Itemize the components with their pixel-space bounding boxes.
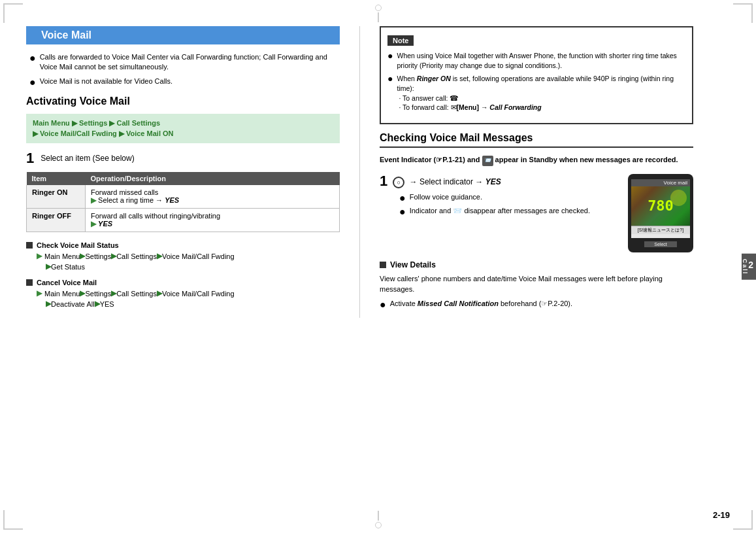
step-1-row: 1 Select an item (See below) [26,151,340,165]
nav-arrow-1: ▶ [72,119,79,127]
ringer-on-arrow: ▶ [91,196,98,204]
view-details-section: View Details View callers' phone numbers… [380,260,693,311]
checking-step-1: 1 ○ → Select indicator → YES ● Follow vo… [380,174,693,252]
step1-text-2: Indicator and 📨 disappear after messages… [410,206,590,216]
chapter-label: Call [742,258,748,275]
step-inline-row: 1 ○ → Select indicator → YES [380,174,621,188]
bullet-text-2: Voice Mail is not available for Video Ca… [40,77,173,86]
check-voice-mail-section: Check Voice Mail Status ▶ Main Menu ▶ Se… [26,241,340,271]
phone-status-bar: Voice mail [631,179,690,186]
bullet-item-1: ● Calls are forwarded to Voice Mail Cent… [29,52,340,73]
square-bullet-2 [26,279,33,286]
phone-mockup: Voice mail 780 [S!速報ニュースとは?] [628,174,693,252]
table-row-ringer-on: Ringer ON Forward missed calls ▶ Select … [27,185,340,209]
cancel-nav-line1: ▶ Main Menu ▶ Settings ▶ Call Settings ▶… [37,289,340,298]
nav-arrow-2: ▶ [109,119,116,127]
ringer-on-inline: Ringer ON [417,75,451,82]
circle-icon: ○ [393,177,404,188]
cancel-nav-arrow: ▶ [37,289,42,298]
yes-label: YES [485,177,501,186]
nav-main-menu: Main Menu [33,119,70,127]
bullet-dot-2: ● [29,77,36,88]
main-content: Voice Mail ● Calls are forwarded to Voic… [26,26,730,318]
step-content: 1 ○ → Select indicator → YES ● Follow vo… [380,174,621,222]
activating-title: Activating Voice Mail [26,95,340,107]
step-1-text: Select an item (See below) [41,151,134,163]
check-nav-vmfwd: Voice Mail/Call Fwding [162,252,235,260]
center-mark-bottom [375,511,382,530]
phone-number-display: 780 [648,198,674,214]
voice-mail-title: Voice Mail [41,29,91,41]
bullet-text-1: Calls are forwarded to Voice Mail Center… [40,52,340,73]
corner-mark-bl [3,510,23,530]
step1-text-1: Follow voice guidance. [410,192,482,202]
view-details-title-row: View Details [380,260,693,269]
center-mark-top [375,3,382,22]
event-bold: Event Indicator ( [380,156,436,163]
step1-bullet-1: ● Follow voice guidance. [399,192,621,204]
view-square-bullet [380,262,386,268]
right-column: Note ● When using Voice Mail together wi… [380,26,693,318]
voice-mail-bullets: ● Calls are forwarded to Voice Mail Cent… [26,52,340,88]
check-nav-line1: ▶ Main Menu ▶ Settings ▶ Call Settings ▶… [37,252,340,260]
note-item-1: ● When using Voice Mail together with An… [387,51,685,70]
check-voice-mail-title: Check Voice Mail Status [37,241,119,249]
table-col1: Item [27,172,86,185]
event-indicator-text: Event Indicator (☞P.1-21) and 📨 appear i… [380,154,693,166]
chapter-tab: 2 Call [742,253,756,280]
view-details-text: View callers' phone numbers and date/tim… [380,273,693,295]
cancel-nav-yes: YES [100,300,114,308]
view-details-bullet: ● Activate Missed Call Notification befo… [380,299,693,311]
table-row-ringer-off: Ringer OFF Forward all calls without rin… [27,209,340,232]
corner-mark-tl [3,3,23,23]
phone-label-text: Voice mail [664,180,687,186]
step1-bullet-2: ● Indicator and 📨 disappear after messag… [399,206,621,218]
nav-vm-on: Voice Mail ON [126,129,174,137]
nav-call-settings: Call Settings [117,119,161,127]
check-nav-line2: ▶ Get Status [46,262,340,271]
cancel-nav-callset: Call Settings [116,290,157,298]
bullet-item-2: ● Voice Mail is not available for Video … [29,77,340,88]
note-bullet-2: ● [387,74,393,84]
column-divider [359,26,360,318]
phone-bottom-bar: [S!速報ニュースとは?] [631,226,690,234]
check-nav-getstatus: Get Status [51,263,85,271]
checking-section-title: Checking Voice Mail Messages [380,132,693,148]
note-header: Note [387,35,414,46]
voice-mail-header: Voice Mail [26,26,340,44]
table-col2: Operation/Description [86,172,340,185]
cancel-voice-mail-title-row: Cancel Voice Mail [26,279,340,286]
check-nav-arrow: ▶ [37,252,42,260]
cancel-voice-mail-title: Cancel Voice Mail [37,279,97,286]
page-number: 2-19 [713,510,730,520]
cancel-nav-line2: ▶ Deactivate All ▶ YES [46,300,340,308]
left-column: Voice Mail ● Calls are forwarded to Voic… [26,26,340,318]
view-details-dot: ● [380,299,386,311]
phone-screen: Voice mail 780 [S!速報ニュースとは?] [631,179,690,238]
corner-mark-tr [733,3,753,23]
square-bullet-1 [26,242,33,249]
step-1-number: 1 [26,151,34,165]
ringer-off-yes: YES [98,220,112,228]
nav-arrow-4: ▶ [119,129,126,137]
ringer-off-label: Ringer OFF [27,209,86,232]
cancel-nav-settings: Settings [85,290,111,298]
step1-dot-1: ● [399,192,406,204]
ringer-off-desc: Forward all calls without ringing/vibrat… [86,209,340,232]
phone-news-text: [S!速報ニュースとは?] [638,228,683,232]
cancel-nav-deactivate: Deactivate All [51,300,95,308]
ringer-off-arrow: ▶ [91,220,98,228]
missed-call-bold: Missed Call Notification [418,300,499,307]
note-box: Note ● When using Voice Mail together wi… [380,26,693,124]
ringer-table: Item Operation/Description Ringer ON For… [26,172,340,232]
phone-content-area: 780 [631,186,690,226]
check-voice-mail-title-row: Check Voice Mail Status [26,241,340,249]
nav-settings: Settings [79,119,107,127]
nav-vm-fwding: Voice Mail/Call Fwding [40,129,117,137]
checking-step-number: 1 [380,174,387,188]
check-nav-settings: Settings [85,252,111,260]
note-text-2: When Ringer ON is set, following operati… [397,74,685,112]
ringer-on-label: Ringer ON [27,185,86,209]
phone-big-text-container: 780 [648,198,674,214]
cancel-nav-main: Main Menu [44,290,80,298]
